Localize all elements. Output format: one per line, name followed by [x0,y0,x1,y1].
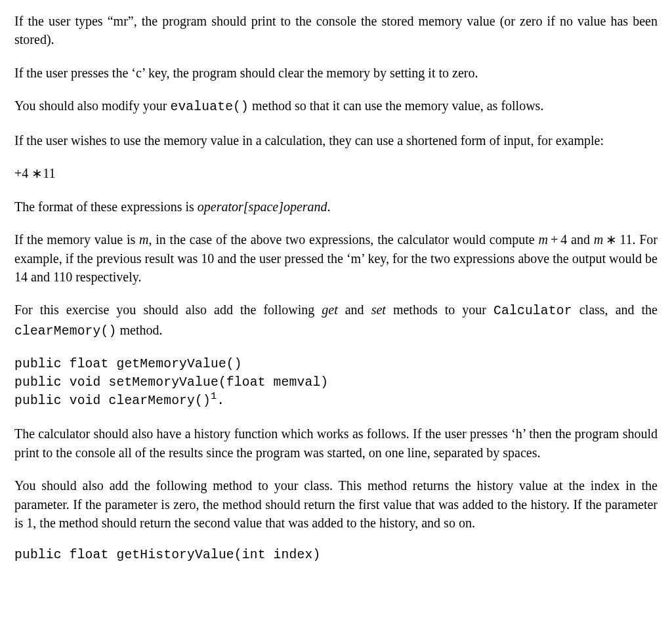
text: method. [116,323,162,337]
italic-set: set [371,302,386,317]
format-italic: operator[space]operand [198,199,327,214]
math-var-m: m [139,232,148,247]
text: , in the case of the above two expressio… [148,232,538,247]
math-op: ∗ 11 [603,232,632,247]
code-line: public float getMemoryValue() [14,356,658,374]
paragraph-getset: For this exercise you should also add th… [14,300,658,341]
text: and [567,232,593,247]
italic-get: get [322,302,337,317]
text: You should also add the following method… [14,478,658,530]
expression-line-1: +4 [14,166,28,180]
text: and [338,302,371,317]
text: . [327,199,331,214]
math-var-m: m [538,232,547,247]
math-var-m: m [594,232,603,247]
code-block-methods: public float getMemoryValue() public voi… [14,356,658,410]
paragraph-format: The format of these expressions is opera… [14,197,658,216]
text: You should also modify your [14,98,170,113]
paragraph-history-method: You should also add the following method… [14,476,658,532]
code-block-history: public float getHistoryValue(int index) [14,546,658,565]
text: If the user wishes to use the memory val… [14,133,604,148]
code-inline-clearmemory: clearMemory() [14,324,116,338]
text: If the user presses the ‘c’ key, the pro… [14,66,478,80]
code-line: public void setMemoryValue(float memval) [14,374,658,392]
footnote-marker: 1 [211,390,217,402]
text: If the memory value is [14,232,139,247]
code-line: public float getHistoryValue(int index) [14,546,658,565]
text: If the user types “mr”, the program shou… [14,14,658,47]
paragraph-memory-example: If the memory value is m, in the case of… [14,230,658,286]
code-line: public void clearMemory()1. [14,392,658,411]
paragraph-evaluate: You should also modify your evaluate() m… [14,96,658,117]
text: The calculator should also have a histor… [14,426,658,459]
text: class, and the [572,302,658,317]
paragraph-c-key: If the user presses the ‘c’ key, the pro… [14,64,658,82]
code-text: public void clearMemory() [14,394,211,408]
paragraph-shortform: If the user wishes to use the memory val… [14,131,658,150]
example-expressions: +4 ∗11 [14,164,658,182]
paragraph-history: The calculator should also have a histor… [14,424,658,462]
code-text: . [217,394,224,408]
text: method so that it can use the memory val… [249,98,543,113]
math-op: + 4 [548,232,567,247]
text: For this exercise you should also add th… [14,302,322,317]
code-inline-calculator: Calculator [494,304,572,318]
expression-line-2: ∗11 [32,166,55,180]
text: The format of these expressions is [14,199,198,214]
text: methods to your [386,302,494,317]
code-inline-evaluate: evaluate() [170,100,249,114]
paragraph-mr: If the user types “mr”, the program shou… [14,12,658,49]
